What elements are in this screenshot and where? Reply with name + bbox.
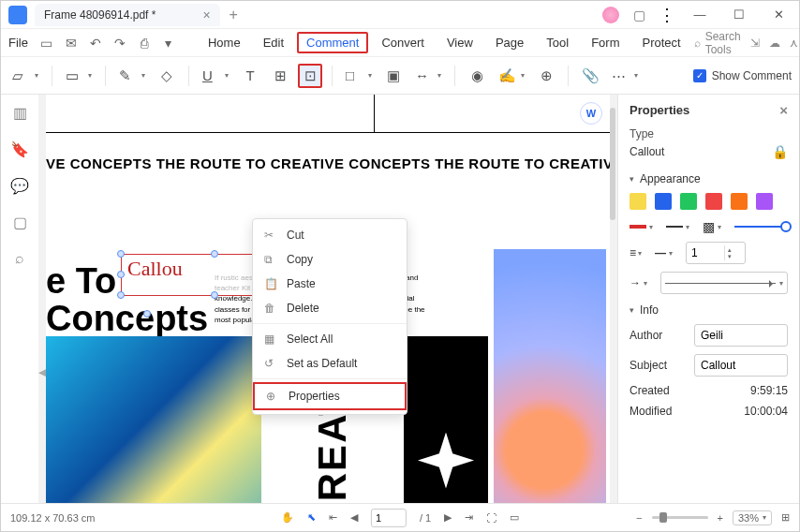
selection-handle[interactable] [211, 291, 218, 299]
menu-view[interactable]: View [437, 32, 482, 53]
shape-tool[interactable]: □▾ [342, 64, 376, 88]
show-comment-toggle[interactable]: ✓ Show Comment [693, 69, 792, 82]
maximize-button[interactable]: ☐ [726, 4, 752, 26]
lock-icon[interactable]: 🔒 [772, 144, 788, 159]
menu-edit[interactable]: Edit [254, 32, 293, 53]
box-icon[interactable]: ▢ [632, 8, 645, 22]
author-input[interactable] [694, 324, 788, 347]
underline-tool[interactable]: U▾ [199, 64, 232, 88]
signature-tool[interactable]: ✍▾ [495, 64, 528, 88]
qat-caret-icon[interactable]: ▾ [161, 36, 176, 51]
menu-convert[interactable]: Convert [372, 32, 434, 53]
attachments-icon[interactable]: ▢ [13, 214, 27, 231]
undo-icon[interactable]: ↶ [88, 36, 103, 51]
close-panel-icon[interactable]: × [779, 102, 788, 118]
close-window-button[interactable]: ✕ [765, 4, 792, 26]
line-style-dropdown[interactable]: ▾ [666, 223, 689, 231]
menu-comment[interactable]: Comment [297, 32, 368, 53]
eraser-tool[interactable]: ◇ [155, 64, 179, 88]
print-icon[interactable]: ⎙ [137, 36, 152, 51]
share-icon[interactable]: ⇲ [750, 37, 760, 50]
comments-icon[interactable]: 💬 [10, 177, 29, 195]
prev-page-arrow[interactable]: ◀ [38, 366, 46, 378]
selection-handle[interactable] [117, 271, 125, 278]
subject-input[interactable] [694, 354, 788, 377]
hand-tool-icon[interactable]: ✋ [281, 511, 294, 524]
first-page-icon[interactable]: ⇤ [329, 511, 337, 524]
cm-delete[interactable]: 🗑Delete [253, 296, 407, 320]
selection-handle[interactable] [117, 250, 125, 258]
measure-tool[interactable]: ↔▾ [411, 64, 445, 88]
line-dash-dropdown[interactable]: ≡▾ [630, 246, 642, 259]
last-page-icon[interactable]: ⇥ [465, 511, 473, 524]
menu-tool[interactable]: Tool [537, 32, 578, 53]
swatch-orange[interactable] [731, 193, 748, 210]
appearance-section[interactable]: ▾ Appearance [630, 172, 788, 185]
opacity-spinner[interactable]: ▴▾ [686, 242, 746, 264]
swatch-purple[interactable] [756, 193, 773, 210]
stamp-tool[interactable]: ◉ [465, 64, 489, 88]
swatch-yellow[interactable] [630, 193, 646, 210]
zoom-dropdown[interactable]: 33%▾ [733, 510, 772, 525]
fit-width-icon[interactable]: ⛶ [486, 512, 496, 524]
next-page-icon[interactable]: ▶ [444, 511, 452, 524]
zoom-in-icon[interactable]: + [718, 512, 723, 524]
selection-handle[interactable] [143, 310, 151, 318]
callout-tool[interactable]: ⊡ [298, 64, 322, 88]
more-icon[interactable]: ⋮ [659, 5, 674, 25]
zoom-out-icon[interactable]: − [636, 512, 642, 524]
fullscreen-icon[interactable]: ⊞ [781, 511, 790, 524]
cm-properties[interactable]: ⊕Properties [253, 382, 407, 410]
menu-page[interactable]: Page [486, 32, 533, 53]
thumbnails-icon[interactable]: ▥ [13, 104, 27, 122]
opacity-input[interactable] [687, 246, 724, 259]
search-panel-icon[interactable]: ⌕ [15, 250, 24, 267]
search-tools[interactable]: ⌕ Search Tools [694, 30, 741, 56]
close-tab-icon[interactable]: × [202, 7, 210, 22]
fill-color-dropdown[interactable]: ▾ [630, 223, 653, 231]
mail-icon[interactable]: ✉ [64, 36, 79, 51]
menu-home[interactable]: Home [199, 32, 250, 53]
collapse-ribbon-icon[interactable]: ⋏ [790, 37, 798, 50]
prev-page-icon[interactable]: ◀ [350, 511, 358, 524]
document-tab[interactable]: Frame 48096914.pdf * × [35, 4, 220, 26]
redo-icon[interactable]: ↷ [112, 36, 127, 51]
start-arrow-dropdown[interactable]: →▾ [630, 276, 647, 289]
line-width-dropdown[interactable]: —▾ [655, 246, 673, 259]
menu-protect[interactable]: Protect [632, 32, 689, 53]
page-input[interactable] [371, 509, 407, 527]
scrollbar[interactable] [610, 108, 615, 220]
save-icon[interactable]: ▭ [39, 36, 54, 51]
fit-page-icon[interactable]: ▭ [510, 511, 519, 524]
pencil-tool[interactable]: ✎▾ [115, 64, 149, 88]
bookmarks-icon[interactable]: 🔖 [10, 140, 29, 158]
cm-paste[interactable]: 📋Paste [253, 272, 407, 296]
textbox-tool[interactable]: ⊞ [268, 64, 292, 88]
add-tab-icon[interactable]: + [230, 7, 238, 23]
note-tool[interactable]: ▱▾ [8, 64, 42, 88]
opacity-slider[interactable] [734, 226, 788, 228]
swatch-red[interactable] [705, 193, 722, 210]
cm-set-default[interactable]: ↺Set as Default [253, 351, 407, 376]
cm-select-all[interactable]: ▦Select All [253, 327, 407, 351]
avatar-icon[interactable] [602, 7, 619, 23]
word-badge-icon[interactable]: W [580, 102, 602, 125]
attachment-tool[interactable]: 📎 [578, 64, 602, 88]
select-tool-icon[interactable]: ⬉ [307, 511, 316, 524]
swatch-blue[interactable] [655, 193, 672, 210]
cm-copy[interactable]: ⧉Copy [253, 247, 407, 272]
stamp2-tool[interactable]: ⊕ [534, 64, 558, 88]
minimize-button[interactable]: — [687, 4, 713, 26]
end-arrow-dropdown[interactable]: ▾ [660, 272, 788, 294]
highlight-tool[interactable]: ▭▾ [62, 64, 96, 88]
swatch-green[interactable] [680, 193, 697, 210]
menu-form[interactable]: Form [582, 32, 629, 53]
selection-handle[interactable] [117, 291, 125, 299]
more-tool[interactable]: ⋯▾ [608, 64, 642, 88]
info-section[interactable]: ▾ Info [630, 303, 788, 317]
text-tool[interactable]: T [238, 64, 262, 88]
zoom-slider[interactable] [652, 516, 708, 519]
cm-cut[interactable]: ✂Cut [253, 223, 407, 247]
file-menu[interactable]: File [8, 36, 28, 50]
selection-handle[interactable] [211, 250, 218, 258]
